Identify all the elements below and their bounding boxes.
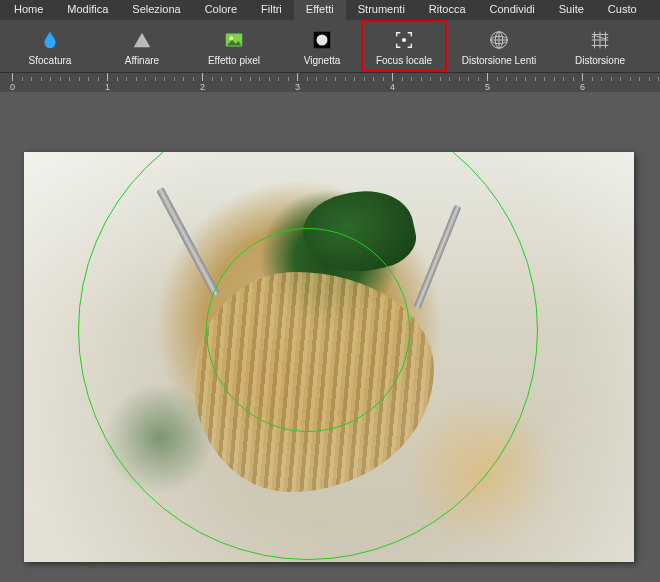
ruler-label: 0 [10, 82, 15, 92]
menu-condividi[interactable]: Condividi [478, 0, 547, 20]
tool-vignette[interactable]: Vignetta [282, 21, 362, 71]
tool-label: Affinare [125, 55, 159, 66]
ruler-label: 5 [485, 82, 490, 92]
workspace [0, 92, 660, 582]
droplet-icon [39, 27, 61, 53]
ruler-label: 2 [200, 82, 205, 92]
svg-point-3 [317, 34, 328, 45]
tool-label: Sfocatura [29, 55, 72, 66]
horizontal-ruler: 0123456 [0, 72, 660, 92]
triangle-icon [131, 27, 153, 53]
image-canvas[interactable] [24, 152, 634, 562]
tool-lensdist[interactable]: Distorsione Lenti [446, 21, 552, 71]
ruler-tick [487, 73, 488, 81]
ruler-tick [582, 73, 583, 81]
menu-custo[interactable]: Custo [596, 0, 649, 20]
tool-label: Distorsione Lenti [462, 55, 536, 66]
menu-colore[interactable]: Colore [193, 0, 249, 20]
menu-suite[interactable]: Suite [547, 0, 596, 20]
ruler-label: 3 [295, 82, 300, 92]
ruler-tick [12, 73, 13, 81]
ruler-tick [392, 73, 393, 81]
ruler-tick [107, 73, 108, 81]
tool-label: Vignetta [304, 55, 341, 66]
tool-label: Effetto pixel [208, 55, 260, 66]
menu-seleziona[interactable]: Seleziona [120, 0, 192, 20]
menu-home[interactable]: Home [2, 0, 55, 20]
tool-distortion[interactable]: Distorsione [552, 21, 648, 71]
menu-modifica[interactable]: Modifica [55, 0, 120, 20]
menu-strumenti[interactable]: Strumenti [346, 0, 417, 20]
tool-localfocus[interactable]: Focus locale [362, 21, 446, 71]
menubar: HomeModificaSelezionaColoreFiltriEffetti… [0, 0, 660, 20]
ruler-label: 1 [105, 82, 110, 92]
tool-label: Distorsione [575, 55, 625, 66]
menu-ritocca[interactable]: Ritocca [417, 0, 478, 20]
tool-pixelate[interactable]: Effetto pixel [186, 21, 282, 71]
ruler-label: 6 [580, 82, 585, 92]
tool-sharpen[interactable]: Affinare [98, 21, 186, 71]
vignette-icon [311, 27, 333, 53]
ruler-tick [297, 73, 298, 81]
grid-sphere-icon [488, 27, 510, 53]
svg-point-1 [229, 36, 233, 40]
grid-wave-icon [589, 27, 611, 53]
menu-filtri[interactable]: Filtri [249, 0, 294, 20]
ruler-label: 4 [390, 82, 395, 92]
effects-toolbar: SfocaturaAffinareEffetto pixelVignettaFo… [0, 20, 660, 72]
image-icon [223, 27, 245, 53]
menu-effetti[interactable]: Effetti [294, 0, 346, 20]
ruler-tick [202, 73, 203, 81]
svg-point-4 [403, 38, 406, 41]
crosshair-icon [393, 27, 415, 53]
tool-label: Focus locale [376, 55, 432, 66]
tool-blur[interactable]: Sfocatura [2, 21, 98, 71]
